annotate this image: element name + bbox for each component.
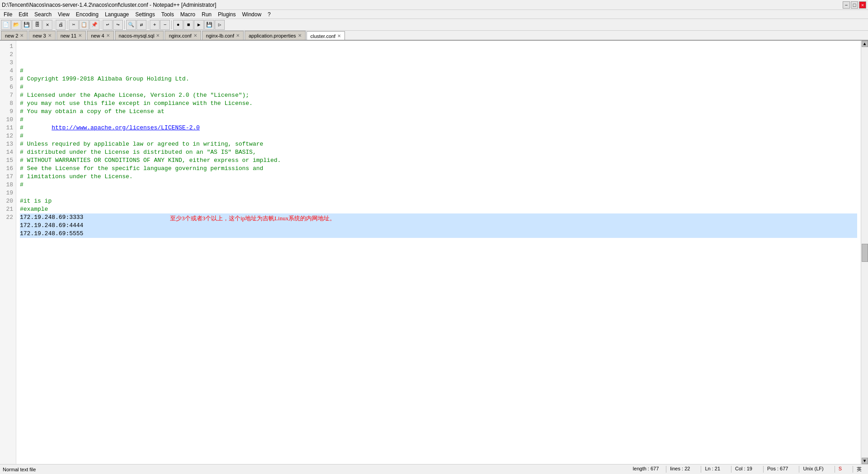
menu-item-window[interactable]: Window bbox=[239, 11, 264, 18]
menu-item-encoding[interactable]: Encoding bbox=[73, 11, 101, 18]
zoom-in-btn[interactable]: + bbox=[150, 20, 160, 30]
tab-app-props[interactable]: application.properties✕ bbox=[245, 31, 306, 40]
line-number-17: 17 bbox=[2, 173, 13, 181]
line-number-5: 5 bbox=[2, 75, 13, 83]
line-text-20: 172.19.248.69:4444 bbox=[20, 222, 83, 230]
open-btn[interactable]: 📂 bbox=[11, 20, 21, 30]
code-line-5: # you may not use this file except in co… bbox=[20, 100, 857, 108]
tab-nginx-lb[interactable]: nginx-lb.conf✕ bbox=[202, 31, 244, 40]
new-file-btn[interactable]: 📄 bbox=[1, 20, 11, 30]
code-line-14: # limitations under the License. bbox=[20, 173, 857, 181]
replace-btn[interactable]: ⇄ bbox=[137, 20, 146, 30]
copy-btn[interactable]: 📋 bbox=[79, 20, 89, 30]
code-line-22 bbox=[20, 238, 857, 246]
code-line-15: # bbox=[20, 181, 857, 189]
menu-item-language[interactable]: Language bbox=[102, 11, 132, 18]
tab-close-tab-new2[interactable]: ✕ bbox=[20, 33, 24, 38]
line-number-14: 14 bbox=[2, 148, 13, 156]
toolbar: 📄 📂 💾 🗄 ✕ 🖨 ✂ 📋 📌 ↩ ↪ 🔍 ⇄ + − ● ■ ▶ 💾 ▷ bbox=[0, 19, 868, 31]
menu-item-?[interactable]: ? bbox=[265, 11, 274, 18]
tab-close-tab-new3[interactable]: ✕ bbox=[48, 33, 52, 38]
line-number-8: 8 bbox=[2, 100, 13, 108]
line-number-3: 3 bbox=[2, 59, 13, 67]
print-btn[interactable]: 🖨 bbox=[56, 20, 66, 30]
menu-item-search[interactable]: Search bbox=[32, 11, 54, 18]
scroll-thumb[interactable] bbox=[862, 244, 868, 262]
tab-nginx-conf[interactable]: nginx.conf✕ bbox=[165, 31, 201, 40]
apache-license-link[interactable]: http://www.apache.org/licenses/LICENSE-2… bbox=[52, 124, 200, 132]
code-line-6: # You may obtain a copy of the License a… bbox=[20, 108, 857, 116]
menu-item-file[interactable]: File bbox=[1, 11, 15, 18]
right-scrollbar[interactable]: ▲ ▼ bbox=[861, 41, 868, 464]
tab-close-tab-new4[interactable]: ✕ bbox=[106, 33, 110, 38]
code-line-11: # distributed under the License is distr… bbox=[20, 148, 857, 156]
tab-close-tab-cluster[interactable]: ✕ bbox=[337, 33, 341, 38]
menu-item-view[interactable]: View bbox=[55, 11, 72, 18]
paste-btn[interactable]: 📌 bbox=[90, 20, 99, 30]
line-text-5: # you may not use this file except in co… bbox=[20, 100, 253, 108]
tab-bar: new 2✕new 3✕new 11✕new 4✕nacos-mysql.sql… bbox=[0, 31, 868, 41]
tab-nacos-mysql[interactable]: nacos-mysql.sql✕ bbox=[115, 31, 164, 40]
line-number-6: 6 bbox=[2, 83, 13, 91]
line-number-9: 9 bbox=[2, 108, 13, 116]
close-btn[interactable]: ✕ bbox=[42, 20, 52, 30]
tab-cluster[interactable]: cluster.conf✕ bbox=[307, 31, 345, 41]
tab-close-tab-nginx-lb[interactable]: ✕ bbox=[236, 33, 240, 38]
code-line-8: # http://www.apache.org/licenses/LICENSE… bbox=[20, 124, 857, 132]
save-btn[interactable]: 💾 bbox=[22, 20, 32, 30]
line-number-12: 12 bbox=[2, 132, 13, 140]
menu-item-tools[interactable]: Tools bbox=[159, 11, 177, 18]
menu-item-settings[interactable]: Settings bbox=[132, 11, 157, 18]
line-number-10: 10 bbox=[2, 116, 13, 124]
menu-item-edit[interactable]: Edit bbox=[16, 11, 31, 18]
macro-stop-btn[interactable]: ■ bbox=[184, 20, 193, 30]
line-text-15: # bbox=[20, 181, 24, 189]
tab-close-tab-nginx-conf[interactable]: ✕ bbox=[193, 33, 197, 38]
find-btn[interactable]: 🔍 bbox=[126, 20, 136, 30]
tab-new3[interactable]: new 3✕ bbox=[28, 31, 55, 40]
code-line-18: #example bbox=[20, 205, 857, 213]
restore-button[interactable]: □ bbox=[851, 1, 858, 9]
menu-item-macro[interactable]: Macro bbox=[178, 11, 198, 18]
scroll-down-btn[interactable]: ▼ bbox=[862, 458, 868, 464]
line-number-16: 16 bbox=[2, 165, 13, 173]
line-text-9: # bbox=[20, 132, 24, 140]
macro-play-btn[interactable]: ▶ bbox=[194, 20, 204, 30]
code-line-12: # WITHOUT WARRANTIES OR CONDITIONS OF AN… bbox=[20, 156, 857, 165]
redo-btn[interactable]: ↪ bbox=[113, 20, 123, 30]
tab-close-tab-new11[interactable]: ✕ bbox=[78, 33, 82, 38]
line-number-13: 13 bbox=[2, 140, 13, 148]
close-button[interactable]: × bbox=[859, 1, 866, 9]
title-bar: D:\Tencent\Nacos\nacos-server-1.4.2\naco… bbox=[0, 0, 868, 10]
code-content[interactable]: ## Copyright 1999-2018 Alibaba Group Hol… bbox=[16, 41, 861, 464]
menu-item-plugins[interactable]: Plugins bbox=[215, 11, 238, 18]
menu-item-run[interactable]: Run bbox=[199, 11, 214, 18]
cut-btn[interactable]: ✂ bbox=[69, 20, 79, 30]
macro-record-btn[interactable]: ● bbox=[173, 20, 183, 30]
line-text-17: #it is ip bbox=[20, 197, 52, 205]
macro-save-btn[interactable]: 💾 bbox=[204, 20, 214, 30]
title-text: D:\Tencent\Nacos\nacos-server-1.4.2\naco… bbox=[2, 2, 216, 8]
save-all-btn[interactable]: 🗄 bbox=[32, 20, 42, 30]
line-text-1: # bbox=[20, 67, 24, 75]
minimize-button[interactable]: − bbox=[843, 1, 850, 9]
macro-run-btn[interactable]: ▷ bbox=[215, 20, 225, 30]
code-line-19: 172.19.248.69:3333 bbox=[20, 213, 857, 222]
tab-new4[interactable]: new 4✕ bbox=[87, 31, 113, 40]
code-line-7: # bbox=[20, 116, 857, 124]
code-line-13: # See the License for the specific langu… bbox=[20, 165, 857, 173]
tab-close-tab-nacos-mysql[interactable]: ✕ bbox=[156, 33, 160, 38]
zoom-out-btn[interactable]: − bbox=[160, 20, 170, 30]
tab-close-tab-app-props[interactable]: ✕ bbox=[298, 33, 302, 38]
line-number-20: 20 bbox=[2, 197, 13, 205]
code-line-4: # Licensed under the Apache License, Ver… bbox=[20, 91, 857, 100]
scroll-up-btn[interactable]: ▲ bbox=[862, 41, 868, 47]
undo-btn[interactable]: ↩ bbox=[103, 20, 113, 30]
line-number-1: 1 bbox=[2, 43, 13, 51]
code-line-17: #it is ip bbox=[20, 197, 857, 205]
tab-new11[interactable]: new 11✕ bbox=[57, 31, 86, 40]
line-text-14: # limitations under the License. bbox=[20, 173, 133, 181]
line-number-2: 2 bbox=[2, 51, 13, 59]
tab-new2[interactable]: new 2✕ bbox=[1, 31, 28, 40]
line-text-2: # Copyright 1999-2018 Alibaba Group Hold… bbox=[20, 75, 189, 83]
